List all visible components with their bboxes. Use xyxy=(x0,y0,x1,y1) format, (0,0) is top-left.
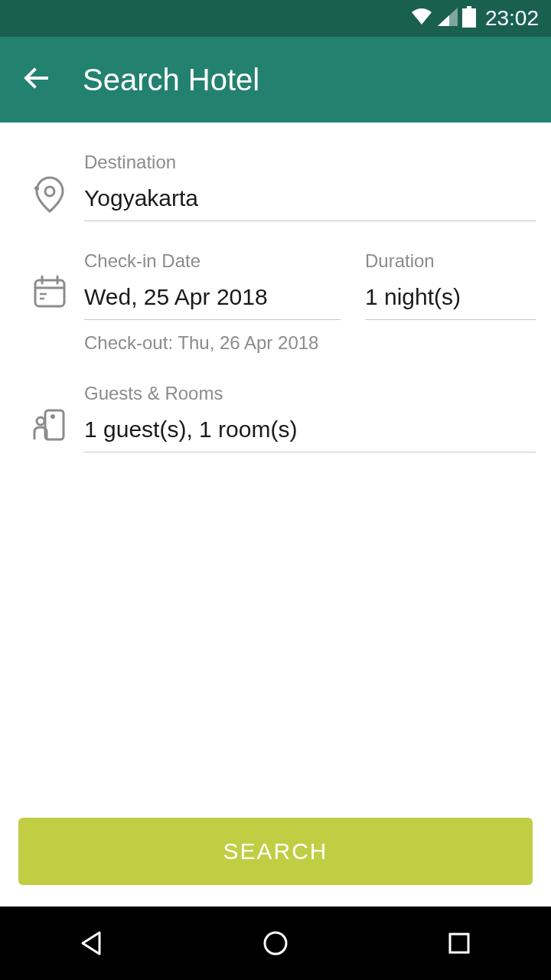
destination-field[interactable]: Destination Yogyakarta xyxy=(84,152,536,221)
signal-icon xyxy=(438,8,458,29)
search-button-label: SEARCH xyxy=(223,838,328,864)
guests-row: Guests & Rooms 1 guest(s), 1 room(s) xyxy=(15,354,536,452)
android-nav-bar xyxy=(0,906,551,980)
battery-icon xyxy=(462,6,476,31)
duration-field[interactable]: Duration 1 night(s) xyxy=(365,250,536,320)
svg-rect-0 xyxy=(467,6,471,8)
destination-label: Destination xyxy=(84,152,536,173)
destination-row: Destination Yogyakarta xyxy=(15,122,536,221)
search-button[interactable]: SEARCH xyxy=(18,818,533,885)
svg-rect-14 xyxy=(450,934,468,952)
location-pin-icon xyxy=(31,175,68,217)
guests-label: Guests & Rooms xyxy=(84,383,536,404)
checkin-field[interactable]: Check-in Date Wed, 25 Apr 2018 xyxy=(84,250,341,320)
svg-point-11 xyxy=(37,417,44,425)
status-bar: 23:02 xyxy=(0,0,551,37)
checkout-note: Check-out: Thu, 26 Apr 2018 xyxy=(15,332,536,354)
svg-rect-10 xyxy=(45,410,64,439)
svg-point-3 xyxy=(34,186,39,191)
svg-rect-4 xyxy=(35,280,64,306)
guest-room-icon xyxy=(31,406,68,446)
duration-value: 1 night(s) xyxy=(365,284,536,320)
date-row: Check-in Date Wed, 25 Apr 2018 Duration … xyxy=(15,221,536,320)
svg-point-12 xyxy=(51,414,55,419)
guests-field[interactable]: Guests & Rooms 1 guest(s), 1 room(s) xyxy=(84,383,536,452)
status-time: 23:02 xyxy=(485,6,539,31)
destination-value: Yogyakarta xyxy=(84,185,536,221)
checkin-label: Check-in Date xyxy=(84,250,341,272)
calendar-icon xyxy=(31,273,68,313)
page-title: Search Hotel xyxy=(83,63,259,97)
search-form: Destination Yogyakarta Check-in Date xyxy=(0,122,551,906)
svg-point-2 xyxy=(45,187,54,196)
svg-rect-1 xyxy=(462,8,476,28)
app-bar: Search Hotel xyxy=(0,37,551,122)
wifi-icon xyxy=(410,8,433,29)
duration-label: Duration xyxy=(365,250,536,272)
nav-recent-icon[interactable] xyxy=(441,925,478,962)
guests-value: 1 guest(s), 1 room(s) xyxy=(84,416,536,452)
nav-back-icon[interactable] xyxy=(73,925,110,962)
back-arrow-icon[interactable] xyxy=(21,63,52,96)
nav-home-icon[interactable] xyxy=(257,925,294,962)
svg-point-13 xyxy=(265,933,286,954)
checkin-value: Wed, 25 Apr 2018 xyxy=(84,284,341,320)
